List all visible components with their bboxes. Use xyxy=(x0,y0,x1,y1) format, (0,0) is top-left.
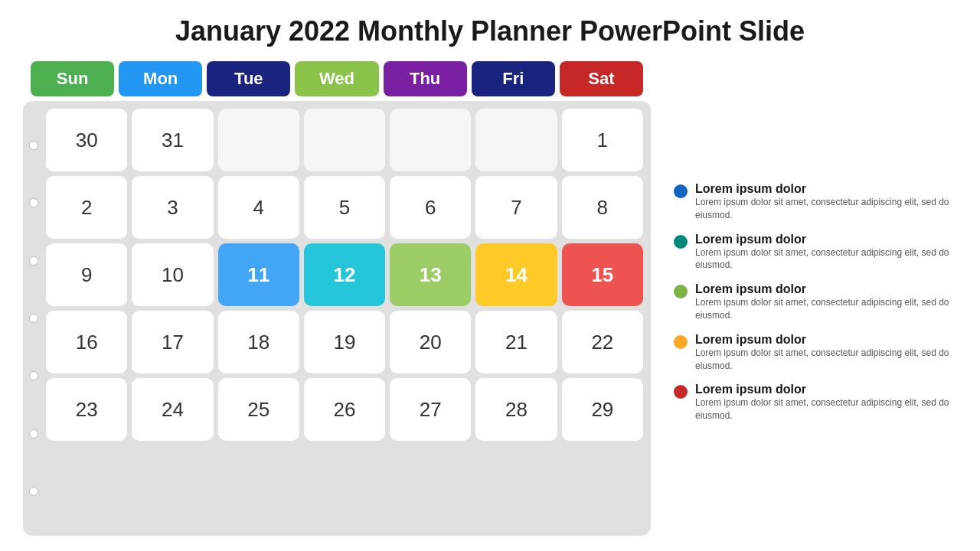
calendar-day-15: 15 xyxy=(562,243,643,306)
calendar-day-16: 16 xyxy=(46,311,127,373)
legend-title: Lorem ipsum dolor xyxy=(695,182,957,196)
calendar-day-7: 7 xyxy=(475,176,557,239)
legend-desc: Lorem ipsum dolor sit amet, consectetur … xyxy=(695,347,957,373)
legend-desc: Lorem ipsum dolor sit amet, consectetur … xyxy=(695,196,957,222)
calendar-day-19: 19 xyxy=(304,311,385,373)
legend-text-block: Lorem ipsum dolorLorem ipsum dolor sit a… xyxy=(695,333,957,373)
day-header-wed: Wed xyxy=(295,61,378,96)
calendar-empty-cell xyxy=(390,109,471,171)
legend-dot xyxy=(674,335,688,349)
calendar-day-20: 20 xyxy=(390,311,471,373)
notebook-hole xyxy=(29,198,38,207)
legend-title: Lorem ipsum dolor xyxy=(695,383,957,396)
calendar-day-17: 17 xyxy=(132,311,213,373)
calendar-day-13: 13 xyxy=(390,243,471,306)
calendar-day-6: 6 xyxy=(390,176,471,239)
legend-dot xyxy=(674,385,688,399)
calendar-section: SunMonTueWedThuFriSat 303112345678910111… xyxy=(23,61,651,536)
legend-section: Lorem ipsum dolorLorem ipsum dolor sit a… xyxy=(674,61,957,536)
calendar-day-1: 1 xyxy=(562,109,643,171)
calendar-day-30: 30 xyxy=(46,109,127,171)
calendar-grid: 3031123456789101112131415161718192021222… xyxy=(46,109,643,441)
legend-dot xyxy=(674,285,688,298)
slide: January 2022 Monthly Planner PowerPoint … xyxy=(0,0,980,551)
legend-item-1: Lorem ipsum dolorLorem ipsum dolor sit a… xyxy=(674,182,957,222)
calendar-day-22: 22 xyxy=(562,311,643,373)
calendar-day-18: 18 xyxy=(218,311,299,373)
calendar-grid-container: 3031123456789101112131415161718192021222… xyxy=(23,101,651,536)
legend-desc: Lorem ipsum dolor sit amet, consectetur … xyxy=(695,296,957,322)
legend-text-block: Lorem ipsum dolorLorem ipsum dolor sit a… xyxy=(695,383,957,422)
calendar-day-26: 26 xyxy=(304,378,385,441)
calendar-day-14: 14 xyxy=(475,243,557,306)
calendar-empty-cell xyxy=(218,109,299,171)
day-header-sun: Sun xyxy=(31,61,114,96)
calendar-day-10: 10 xyxy=(132,243,213,306)
calendar-empty-cell xyxy=(475,109,557,171)
calendar-empty-cell xyxy=(304,109,385,171)
calendar-day-24: 24 xyxy=(132,378,213,441)
calendar-day-9: 9 xyxy=(46,243,127,306)
notebook-hole xyxy=(29,371,38,380)
legend-text-block: Lorem ipsum dolorLorem ipsum dolor sit a… xyxy=(695,233,957,272)
legend-title: Lorem ipsum dolor xyxy=(695,333,957,347)
holes xyxy=(29,101,38,536)
calendar-day-29: 29 xyxy=(562,378,643,441)
calendar-day-21: 21 xyxy=(475,311,557,373)
calendar-day-11: 11 xyxy=(218,243,299,306)
slide-title: January 2022 Monthly Planner PowerPoint … xyxy=(23,15,957,47)
legend-desc: Lorem ipsum dolor sit amet, consectetur … xyxy=(695,396,957,422)
calendar-day-2: 2 xyxy=(46,176,127,239)
legend-dot xyxy=(674,184,688,198)
legend-dot xyxy=(674,235,688,249)
calendar-day-4: 4 xyxy=(218,176,299,239)
notebook-hole xyxy=(29,141,38,150)
notebook-hole xyxy=(29,314,38,323)
day-header-fri: Fri xyxy=(472,61,555,96)
legend-desc: Lorem ipsum dolor sit amet, consectetur … xyxy=(695,246,957,272)
notebook-hole xyxy=(29,256,38,266)
calendar-day-8: 8 xyxy=(562,176,643,239)
calendar-day-23: 23 xyxy=(46,378,127,441)
calendar-day-31: 31 xyxy=(132,109,213,171)
legend-title: Lorem ipsum dolor xyxy=(695,282,957,296)
legend-title: Lorem ipsum dolor xyxy=(695,233,957,246)
notebook-hole xyxy=(29,487,38,496)
calendar-day-5: 5 xyxy=(304,176,385,239)
legend-item-4: Lorem ipsum dolorLorem ipsum dolor sit a… xyxy=(674,333,957,373)
calendar-day-25: 25 xyxy=(218,378,299,441)
notebook-hole xyxy=(29,429,38,439)
calendar-day-12: 12 xyxy=(304,243,385,306)
legend-item-5: Lorem ipsum dolorLorem ipsum dolor sit a… xyxy=(674,383,957,422)
legend-text-block: Lorem ipsum dolorLorem ipsum dolor sit a… xyxy=(695,182,957,222)
legend-item-3: Lorem ipsum dolorLorem ipsum dolor sit a… xyxy=(674,282,957,322)
legend-item-2: Lorem ipsum dolorLorem ipsum dolor sit a… xyxy=(674,233,957,272)
legend-text-block: Lorem ipsum dolorLorem ipsum dolor sit a… xyxy=(695,282,957,322)
content-area: SunMonTueWedThuFriSat 303112345678910111… xyxy=(23,61,957,536)
calendar-day-3: 3 xyxy=(132,176,213,239)
day-header-thu: Thu xyxy=(384,61,467,96)
calendar-day-28: 28 xyxy=(475,378,557,441)
day-header-tue: Tue xyxy=(207,61,290,96)
calendar-day-27: 27 xyxy=(390,378,471,441)
day-headers: SunMonTueWedThuFriSat xyxy=(23,61,651,96)
day-header-sat: Sat xyxy=(560,61,643,96)
day-header-mon: Mon xyxy=(119,61,202,96)
